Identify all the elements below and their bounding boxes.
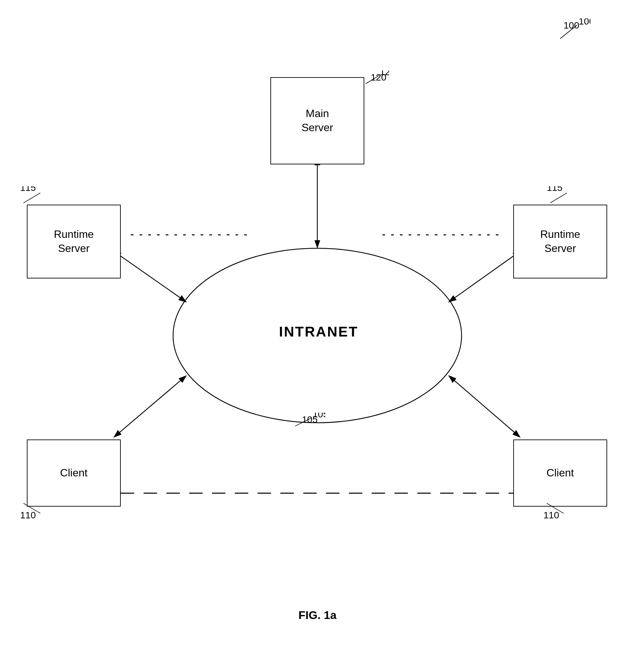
runtime-server-right-box: Runtime Server [513,205,607,279]
svg-text:110: 110 [543,510,559,518]
ref-120-arrow: 120 [362,70,389,87]
svg-line-7 [449,376,515,433]
svg-text:120: 120 [380,70,389,77]
svg-line-11 [560,25,577,39]
fig-label: FIG. 1a [299,609,336,622]
client-left-label: Client [60,466,88,480]
ref-115-left-arrow: 115 [20,186,54,206]
svg-text:115: 115 [547,186,563,193]
ref-110-left-arrow: 110 [20,498,60,518]
svg-text:100: 100 [579,19,590,26]
svg-line-6 [119,376,186,433]
client-right-box: Client [513,439,607,506]
svg-line-13 [366,75,379,84]
ref-110-right-arrow: 110 [543,498,584,518]
runtime-server-right-label: Runtime Server [540,227,580,255]
svg-line-17 [550,193,567,203]
svg-line-5 [449,255,515,302]
diagram: 100 100 Main Server 120 120 Runtime Serv… [0,0,635,672]
runtime-server-left-box: Runtime Server [27,205,121,279]
main-server-label: Main Server [302,107,333,134]
svg-text:115: 115 [20,186,36,193]
ref-100-arrow: 100 [550,19,590,45]
svg-line-15 [23,193,40,203]
client-right-label: Client [546,466,574,480]
svg-line-4 [119,255,186,302]
svg-text:105: 105 [313,413,325,419]
ref-105-arrow: 105 [292,413,325,429]
svg-line-19 [295,418,312,426]
svg-text:110: 110 [20,510,36,518]
intranet-label: INTRANET [235,324,402,340]
ref-115-right-arrow: 115 [547,186,587,206]
client-left-box: Client [27,439,121,506]
main-server-box: Main Server [270,77,364,165]
runtime-server-left-label: Runtime Server [54,227,93,255]
